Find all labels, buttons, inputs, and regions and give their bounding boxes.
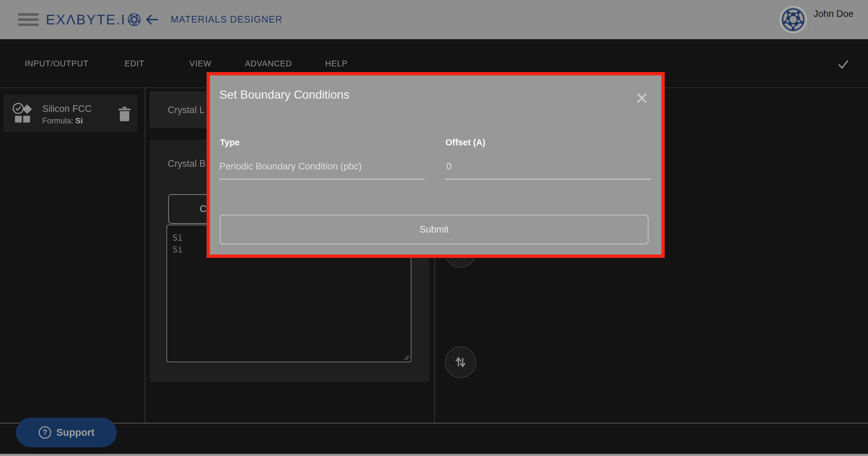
menu-item-input-output[interactable]: INPUT/OUTPUT (25, 59, 89, 68)
submit-label: Submit (420, 224, 448, 235)
close-icon[interactable] (636, 92, 648, 104)
logo-text: EXΛBYTE.I (46, 11, 126, 28)
swap-vertical-icon (453, 355, 468, 369)
offset-input-underline (445, 179, 651, 179)
resize-handle-icon[interactable] (403, 354, 409, 360)
user-name: John Doe (813, 8, 854, 20)
crystal-basis-label: Crystal B (168, 158, 206, 169)
page-title: MATERIALS DESIGNER (171, 0, 283, 39)
menu-item-edit[interactable]: EDIT (125, 59, 145, 68)
type-select-underline (219, 179, 424, 179)
bottom-page-strip (0, 454, 868, 456)
material-name: Silicon FCC (42, 103, 92, 114)
user-menu[interactable]: John Doe personal (780, 0, 854, 39)
basis-text: Si Si (173, 232, 183, 255)
back-arrow-icon[interactable] (144, 12, 160, 27)
crystal-lattice-label: Crystal L (168, 105, 205, 116)
user-account: personal (813, 20, 854, 31)
hamburger-menu-icon[interactable] (18, 13, 39, 26)
offset-field-label: Offset (A) (445, 138, 485, 148)
material-widgets-check-icon (12, 102, 34, 126)
delete-material-icon[interactable] (118, 107, 131, 122)
avatar[interactable] (780, 6, 807, 33)
type-select[interactable]: Periodic Boundary Condition (pbc) (219, 161, 362, 172)
materials-designer-app: EXΛBYTE.I MATERIALS DESIGNER (0, 0, 868, 456)
set-boundary-conditions-dialog: Set Boundary Conditions Type Offset (A) … (207, 72, 665, 258)
type-field-label: Type (220, 138, 240, 148)
user-text-block: John Doe personal (813, 8, 854, 31)
swap-axes-button[interactable] (445, 346, 476, 378)
help-icon: ? (38, 426, 52, 439)
submit-button[interactable]: Submit (220, 215, 648, 244)
material-formula: Formula: Si (42, 116, 83, 125)
apply-check-icon[interactable] (836, 57, 850, 71)
panels-bottom-border (0, 423, 868, 423)
top-header: EXΛBYTE.I MATERIALS DESIGNER (0, 0, 868, 39)
svg-text:?: ? (42, 428, 47, 436)
menu-item-view[interactable]: VIEW (189, 59, 211, 68)
menu-item-advanced[interactable]: ADVANCED (245, 59, 292, 68)
support-label: Support (56, 427, 94, 438)
basis-units-label: C (200, 203, 207, 214)
material-list-item-silicon-fcc[interactable]: Silicon FCC Formula: Si (4, 94, 137, 132)
dialog-title: Set Boundary Conditions (219, 88, 349, 101)
logo-fullerene-icon (128, 13, 141, 26)
support-button[interactable]: ? Support (16, 418, 117, 447)
offset-input[interactable]: 0 (446, 161, 452, 172)
sidebar-main-divider (145, 88, 145, 423)
exabyte-logo[interactable]: EXΛBYTE.I (46, 0, 141, 39)
menu-item-help[interactable]: HELP (325, 59, 348, 68)
